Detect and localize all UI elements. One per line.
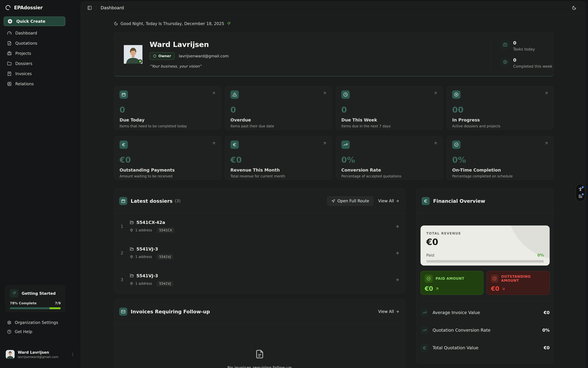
gauge-icon bbox=[7, 31, 12, 35]
tasks-today-value: 0 bbox=[513, 40, 535, 46]
sidebar-item-get-help[interactable]: Get Help bbox=[4, 327, 65, 336]
map-pin-icon bbox=[130, 255, 133, 258]
dossier-name: 5541VJ-3 bbox=[136, 247, 158, 251]
arrow-right-icon bbox=[395, 277, 399, 282]
briefcase-icon bbox=[7, 51, 12, 56]
shield-icon bbox=[153, 54, 157, 58]
avatar bbox=[124, 45, 142, 64]
sidebar-item-dashboard[interactable]: Dashboard bbox=[4, 28, 65, 38]
sidebar-item-projects[interactable]: Projects bbox=[4, 48, 65, 58]
user-menu[interactable]: Ward Lavrijsen lavrijsenward@gmail.com bbox=[4, 348, 77, 361]
dossier-index: 3 bbox=[114, 277, 130, 282]
stat-card-conversion-rate[interactable]: 0% Conversion Rate Percentage of accepte… bbox=[336, 136, 443, 180]
getting-started-title: Getting Started bbox=[22, 291, 56, 296]
stat-card-overdue[interactable]: 0 Overdue Items past their due date bbox=[225, 86, 332, 130]
sidebar-item-label: Quotations bbox=[15, 41, 37, 46]
theme-toggle-icon[interactable] bbox=[572, 6, 576, 10]
dossiers-view-all-link[interactable]: View All bbox=[378, 199, 399, 203]
invoices-followup-panel: Invoices Requiring Follow-up View All No… bbox=[114, 299, 405, 368]
getting-started-card[interactable]: Getting Started 78% Complete 7/9 bbox=[5, 285, 65, 312]
invoices-view-all-link[interactable]: View All bbox=[378, 309, 399, 314]
accessibility-icon[interactable] bbox=[578, 187, 583, 192]
arrow-up-right-icon bbox=[433, 141, 438, 145]
paid-amount-value: €0 bbox=[425, 285, 433, 292]
stat-card-in-progress[interactable]: 00 In Progress Active dossiers and proje… bbox=[447, 86, 554, 130]
dossier-row[interactable]: 3 5541VJ-3 1 address 5541VJ bbox=[114, 267, 405, 293]
sidebar-item-dossiers[interactable]: Dossiers bbox=[4, 58, 65, 69]
stat-value: 0% bbox=[452, 155, 548, 164]
trending-up-icon bbox=[422, 328, 427, 332]
stat-subtitle: Total revenue for current month bbox=[230, 174, 327, 178]
stat-value: 00 bbox=[452, 105, 548, 114]
stat-subtitle: Items due in the next 7 days bbox=[341, 124, 438, 128]
stat-card-due-this-week[interactable]: 0 Due This Week Items due in the next 7 … bbox=[336, 86, 443, 130]
alert-triangle-icon bbox=[233, 92, 237, 97]
view-all-label: View All bbox=[378, 199, 394, 203]
metric-label: Average Invoice Value bbox=[433, 310, 480, 315]
metric-label: Quotation Conversion Rate bbox=[433, 328, 491, 333]
sidebar-item-organization-settings[interactable]: Organization Settings bbox=[4, 318, 65, 327]
financial-overview-panel: Financial Overview TOTAL REVENUE €0 Paid… bbox=[416, 189, 554, 364]
notification-dot bbox=[582, 193, 584, 195]
page-title: Dashboard bbox=[101, 5, 124, 10]
map-pin-icon bbox=[130, 229, 133, 232]
sidebar-item-relations[interactable]: Relations bbox=[4, 79, 65, 89]
main-panel: Dashboard Good Night, Today Is Thursday,… bbox=[81, 1, 586, 368]
navigation-icon bbox=[331, 199, 335, 203]
open-full-route-label: Open Full Route bbox=[337, 199, 369, 203]
sidebar-item-label: Dashboard bbox=[15, 31, 37, 36]
paid-progress bbox=[426, 260, 544, 263]
metric-total-quotation-value: Total Quotation Value €0 bbox=[420, 339, 550, 357]
total-revenue-value: €0 bbox=[426, 237, 438, 247]
financial-overview-header: Financial Overview bbox=[417, 189, 554, 213]
alert-triangle-iconbox bbox=[230, 91, 239, 99]
more-vertical-icon[interactable] bbox=[71, 352, 75, 356]
sidebar-toggle-icon[interactable] bbox=[87, 6, 92, 10]
mail-icon bbox=[121, 310, 125, 314]
stat-card-due-today[interactable]: 0 Due Today Items that need to be comple… bbox=[114, 86, 221, 130]
total-revenue-label: TOTAL REVENUE bbox=[426, 231, 461, 235]
stat-card-on-time-completion[interactable]: 0% On-Time Completion Percentage complet… bbox=[447, 136, 554, 180]
outstanding-amount-card: OUTSTANDING AMOUNT €0 bbox=[487, 271, 550, 295]
folder-open-icon bbox=[130, 274, 134, 278]
stat-title: Overdue bbox=[230, 118, 327, 122]
euro-icon bbox=[422, 346, 427, 350]
dossier-row[interactable]: 2 5541VJ-3 1 address 5541VJ bbox=[114, 240, 405, 267]
profile-quote: “Your business, your vision” bbox=[149, 64, 229, 68]
stat-card-outstanding-payments[interactable]: €0 Outstanding Payments Amount waiting t… bbox=[114, 136, 221, 180]
stat-card-revenue-this-month[interactable]: €0 Revenue This Month Total revenue for … bbox=[225, 136, 332, 180]
sidebar-item-invoices[interactable]: Invoices bbox=[4, 69, 65, 79]
reading-lines-icon[interactable] bbox=[578, 194, 583, 199]
open-full-route-button[interactable]: Open Full Route bbox=[327, 196, 373, 206]
sidebar-item-quotations[interactable]: Quotations bbox=[4, 38, 65, 48]
stat-value: 0 bbox=[341, 105, 438, 114]
dossier-row[interactable]: 1 5541CX-42a 1 address 5541CX bbox=[114, 213, 405, 240]
sidebar-item-label: Organization Settings bbox=[15, 320, 58, 325]
briefcase-icon bbox=[503, 43, 507, 47]
stat-title: Conversion Rate bbox=[341, 167, 438, 173]
greeting: Good Night, Today Is Thursday, December … bbox=[114, 21, 554, 26]
euro-iconbox bbox=[420, 344, 429, 352]
euro-iconbox bbox=[422, 197, 430, 205]
clock-icon bbox=[493, 276, 496, 281]
dossier-addresses: 1 address bbox=[135, 228, 152, 232]
arrow-up-right-icon bbox=[435, 287, 439, 291]
role-label: Owner bbox=[159, 54, 171, 58]
arrow-right-icon bbox=[395, 251, 399, 255]
play-circle-iconbox bbox=[452, 91, 460, 99]
arrow-up-right-icon bbox=[544, 91, 549, 95]
arrow-right-icon bbox=[396, 310, 399, 313]
receipt-icon bbox=[7, 72, 12, 76]
clock-iconbox bbox=[491, 275, 498, 283]
invoices-followup-title: Invoices Requiring Follow-up bbox=[131, 309, 210, 314]
quick-create-button[interactable]: Quick Create bbox=[4, 17, 65, 26]
profile-task-stats: 0 Tasks today 0 Completed this week bbox=[501, 33, 553, 76]
calendar-iconbox bbox=[120, 91, 128, 99]
profile-info: Ward Lavrijsen Owner lavrijsenward@gmail… bbox=[149, 40, 229, 68]
euro-icon bbox=[233, 143, 237, 147]
completed-week-value: 0 bbox=[513, 57, 552, 63]
financial-metrics: Average Invoice Value €0 Quotation Conve… bbox=[420, 304, 550, 357]
trending-up-iconbox bbox=[420, 309, 429, 317]
stat-title: Outstanding Payments bbox=[120, 167, 215, 173]
map-pin-icon bbox=[130, 282, 133, 285]
